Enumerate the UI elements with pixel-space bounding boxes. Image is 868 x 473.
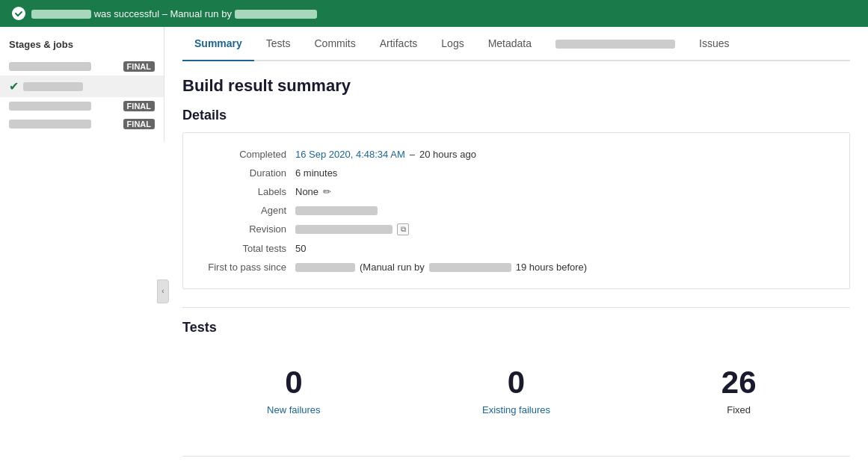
sidebar-item-2[interactable]: ✔ xyxy=(0,75,164,97)
new-failures-label: New failures xyxy=(197,404,390,415)
first-pass-value: (Manual run by 19 hours before) xyxy=(295,262,587,273)
tests-stats: 0 New failures 0 Existing failures 26 Fi… xyxy=(182,344,850,438)
tests-section: Tests 0 New failures 0 Existing failures… xyxy=(182,320,850,438)
success-icon xyxy=(12,7,25,20)
detail-completed: Completed 16 Sep 2020, 4:48:34 AM – 20 h… xyxy=(198,145,834,164)
main-content: Summary Tests Commits Artifacts Logs Met… xyxy=(164,27,868,473)
revision-label: Revision xyxy=(198,223,295,235)
duration-label: Duration xyxy=(198,167,295,179)
stat-fixed[interactable]: 26 Fixed xyxy=(627,359,850,423)
comment-area xyxy=(182,469,850,473)
completed-date-link[interactable]: 16 Sep 2020, 4:48:34 AM xyxy=(295,149,405,160)
tab-issues[interactable]: Issues xyxy=(687,27,741,61)
first-pass-label: First to pass since xyxy=(198,262,295,273)
tests-title: Tests xyxy=(182,320,850,336)
detail-labels: Labels None ✏ xyxy=(198,182,834,201)
existing-failures-number: 0 xyxy=(420,367,613,398)
copy-revision-icon[interactable]: ⧉ xyxy=(397,223,409,235)
total-tests-label: Total tests xyxy=(198,243,295,254)
sidebar-item-4[interactable]: FINAL xyxy=(0,115,164,133)
revision-value: ⧉ xyxy=(295,223,409,235)
badge-1: FINAL xyxy=(123,61,155,72)
tab-bar: Summary Tests Commits Artifacts Logs Met… xyxy=(182,27,850,61)
tab-summary[interactable]: Summary xyxy=(182,27,254,61)
badge-4: FINAL xyxy=(123,119,155,129)
detail-revision: Revision ⧉ xyxy=(198,220,834,239)
completed-value: 16 Sep 2020, 4:48:34 AM – 20 hours ago xyxy=(295,149,476,160)
stat-new-failures[interactable]: 0 New failures xyxy=(182,359,405,423)
tab-blurred[interactable] xyxy=(544,27,687,61)
completed-label: Completed xyxy=(198,149,295,160)
edit-labels-icon[interactable]: ✏ xyxy=(323,186,331,197)
tab-commits[interactable]: Commits xyxy=(303,27,368,61)
tab-logs[interactable]: Logs xyxy=(429,27,475,61)
page-title: Build result summary xyxy=(182,76,850,96)
new-failures-number: 0 xyxy=(197,367,390,398)
total-tests-value: 50 xyxy=(295,243,306,254)
agent-label: Agent xyxy=(198,205,295,216)
details-title: Details xyxy=(182,108,850,123)
fixed-number: 26 xyxy=(642,367,835,398)
top-bar: was successful – Manual run by xyxy=(0,0,868,27)
comment-divider xyxy=(182,456,850,457)
sidebar-item-1[interactable]: FINAL xyxy=(0,58,164,75)
duration-value: 6 minutes xyxy=(295,167,337,179)
labels-label: Labels xyxy=(198,186,295,197)
fixed-label: Fixed xyxy=(642,404,835,415)
detail-total-tests: Total tests 50 xyxy=(198,239,834,258)
agent-value xyxy=(295,205,378,216)
sidebar: Stages & jobs FINAL ✔ FINAL xyxy=(0,27,164,142)
tab-tests[interactable]: Tests xyxy=(254,27,303,61)
existing-failures-label: Existing failures xyxy=(420,404,613,415)
details-section: Completed 16 Sep 2020, 4:48:34 AM – 20 h… xyxy=(182,132,850,289)
section-divider xyxy=(182,307,850,308)
labels-value: None ✏ xyxy=(295,186,331,197)
detail-first-pass: First to pass since (Manual run by 19 ho… xyxy=(198,258,834,276)
check-icon-2: ✔ xyxy=(9,79,19,93)
tab-artifacts[interactable]: Artifacts xyxy=(368,27,430,61)
sidebar-title: Stages & jobs xyxy=(0,36,164,58)
stat-existing-failures[interactable]: 0 Existing failures xyxy=(405,359,628,423)
badge-3: FINAL xyxy=(123,101,155,111)
topbar-message: was successful – Manual run by xyxy=(31,8,317,19)
detail-duration: Duration 6 minutes xyxy=(198,164,834,182)
tab-metadata[interactable]: Metadata xyxy=(476,27,544,61)
sidebar-item-3[interactable]: FINAL xyxy=(0,97,164,115)
detail-agent: Agent xyxy=(198,201,834,220)
